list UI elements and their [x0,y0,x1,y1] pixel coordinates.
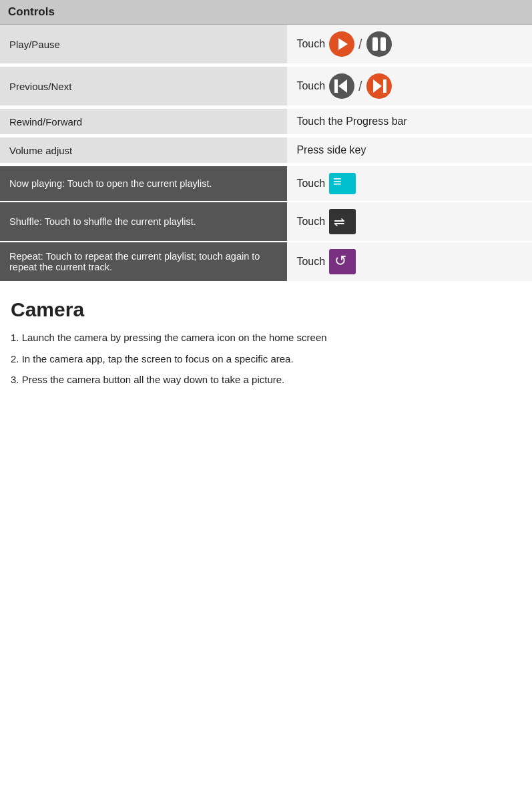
table-row: Now playing: Touch to open the current p… [0,166,532,202]
table-row: Rewind/Forward Touch the Progress bar [0,109,532,135]
next-icon [366,73,392,99]
camera-description: 1. Launch the camera by pressing the cam… [11,329,521,388]
control-action-volume: Press side key [287,138,532,164]
control-action-shuffle: Touch [287,202,532,242]
control-action-rewind-forward: Touch the Progress bar [287,109,532,135]
camera-step-1: 1. Launch the camera by pressing the cam… [11,329,521,346]
play-icon [329,31,354,57]
table-row: Volume adjust Press side key [0,138,532,164]
table-row: Shuffle: Touch to shuffle the current pl… [0,202,532,242]
table-row: Repeat: Touch to repeat the current play… [0,242,532,282]
controls-header: Controls [0,0,532,25]
repeat-icon [329,249,356,274]
table-row: Play/Pause Touch / [0,25,532,64]
pause-icon [366,31,392,57]
camera-title: Camera [11,298,521,321]
controls-table: Play/Pause Touch / Previous/Next Touch / [0,25,532,282]
camera-step-3: 3. Press the camera button all the way d… [11,371,521,388]
control-label-prev-next: Previous/Next [0,67,287,106]
control-action-play-pause: Touch / [287,25,532,64]
control-action-now-playing: Touch [287,166,532,202]
controls-title: Controls [8,5,55,18]
touch-label-play-pause: Touch [296,38,325,50]
control-label-shuffle: Shuffle: Touch to shuffle the current pl… [0,202,287,242]
touch-label-repeat: Touch [296,256,325,268]
camera-step-2: 2. In the camera app, tap the screen to … [11,350,521,368]
control-label-repeat: Repeat: Touch to repeat the current play… [0,242,287,282]
touch-label-prev-next: Touch [296,80,325,92]
touch-label-playlist: Touch [296,178,325,190]
playlist-icon [329,173,356,194]
slash-separator: / [358,37,362,52]
control-label-now-playing: Now playing: Touch to open the current p… [0,166,287,202]
control-label-rewind-forward: Rewind/Forward [0,109,287,135]
camera-section: Camera 1. Launch the camera by pressing … [0,282,532,403]
control-action-prev-next: Touch / [287,67,532,106]
touch-progress-text: Touch the Progress bar [296,115,407,127]
shuffle-icon [329,209,356,234]
control-action-repeat: Touch [287,242,532,282]
table-row: Previous/Next Touch / [0,67,532,106]
prev-icon [329,73,354,99]
control-label-play-pause: Play/Pause [0,25,287,64]
press-side-key-text: Press side key [296,144,366,156]
slash-separator: / [358,79,362,94]
control-label-volume: Volume adjust [0,138,287,164]
touch-label-shuffle: Touch [296,216,325,228]
